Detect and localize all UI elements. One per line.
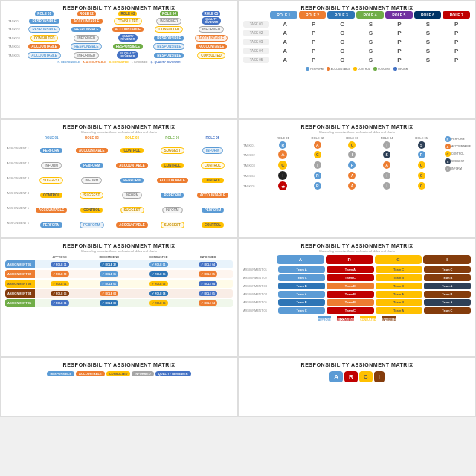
legend-control-label: CONTROL bbox=[358, 68, 370, 71]
task-row-2: TASK 02 A P C S P S P bbox=[243, 29, 471, 37]
cp-4-3: ✓ROLE 04 bbox=[149, 291, 168, 296]
pg-row-2: ASSIGNMENT 2 INFORM PERFORM ACCOUNTABLE … bbox=[5, 156, 233, 170]
role-header-2: ROLE 02 bbox=[77, 11, 96, 16]
tg-cell-3-2: Team D bbox=[327, 283, 373, 289]
cell-1-5: P bbox=[385, 20, 414, 28]
team-grid-main: A R C I ASSIGNMENT 01 Team A Team A Team… bbox=[243, 255, 471, 321]
cell-4-4: S bbox=[356, 47, 385, 55]
cell-1-7: P bbox=[443, 20, 471, 28]
legend-q: Q: QUALITY REVIEWER bbox=[151, 61, 181, 64]
cell-5-2: P bbox=[299, 56, 327, 64]
legend-accountable-label: ACCOUNTABLE bbox=[331, 68, 350, 71]
cell-2-3: C bbox=[328, 29, 356, 37]
cp-3-2: ✓ROLE 01 bbox=[100, 281, 118, 286]
cg-row-2: ASSIGNMENT 02 ✓ROLE 50 ✓ROLE 01 ✓ROLE 05… bbox=[5, 270, 233, 278]
ci-t1r1: R bbox=[279, 141, 286, 149]
ci-t3r4: A bbox=[383, 161, 390, 169]
tg-cell-1-3: Team C bbox=[376, 266, 422, 273]
cell8-preview: A R C I bbox=[329, 371, 385, 382]
cg-cell-2-1: ✓ROLE 50 bbox=[35, 270, 85, 278]
tg-cell-1-4: Team C bbox=[424, 266, 471, 273]
ci-t1r3: C bbox=[348, 141, 356, 149]
pg-row-4: ASSIGNMENT 4 CONTROL SUGGEST INFORM PERF… bbox=[5, 186, 233, 199]
c7-pill-c: CONSULTED bbox=[106, 371, 131, 376]
task-label-5: TASK 05 bbox=[243, 57, 269, 63]
cg-cell-4-4: ✓ROLE 05 bbox=[184, 289, 234, 298]
apcs-grid: ROLE 1 ROLE 2 ROLE 3 ROLE 4 ROLE 5 ROLE … bbox=[243, 11, 471, 65]
role-header-4: ROLE 04 bbox=[160, 11, 178, 16]
tg-row-6: ASSIGNMENT 06 Team C Team C Team A Team … bbox=[243, 307, 471, 314]
cg-label-1: ASSIGNMENT 01 bbox=[5, 260, 35, 268]
pg-row-7: ASSIGNMENT 7 INFORM PERFORM PERFORM ACCO… bbox=[5, 231, 233, 238]
col-role5: ROLE 5 bbox=[385, 11, 413, 19]
ci-legend-s: S bbox=[445, 158, 451, 164]
task-label-1: TASK 01 bbox=[243, 21, 269, 28]
ig-legend: R PERFORM A ACCOUNTABLE C CONTROL S SUGG… bbox=[445, 136, 471, 192]
task-row-3: TASK 03 A P C S P S P bbox=[243, 38, 471, 46]
ci-t5r2: R bbox=[314, 182, 321, 190]
col-role6: ROLE 6 bbox=[414, 11, 442, 19]
tg-cell-2-3: Team B bbox=[376, 274, 422, 281]
apcs-header: ROLE 1 ROLE 2 ROLE 3 ROLE 4 ROLE 5 ROLE … bbox=[243, 11, 471, 19]
cell8-title: RESPONSIBILITY ASSIGNMENT MATRIX bbox=[301, 362, 414, 367]
cg-cell-4-3: ✓ROLE 04 bbox=[134, 289, 184, 298]
cp-5-3: ✓ROLE 05 bbox=[149, 300, 168, 306]
role-header-5: ROLE 05 bbox=[202, 11, 221, 16]
tg-leg-recommend: RECOMMEND bbox=[337, 316, 354, 321]
cg-cell-5-1: ✓ROLE 01 bbox=[35, 299, 85, 307]
cell-4-2: P bbox=[299, 47, 327, 55]
tg-row-2: ASSIGNMENT 02 Team C Team C Team B Team … bbox=[243, 274, 471, 281]
pgcol-role04: ROLE 04 bbox=[152, 136, 193, 140]
ig-col-r02: ROLE 02 bbox=[300, 136, 335, 140]
cp-5-1: ✓ROLE 01 bbox=[51, 300, 69, 306]
ig-col-r01: ROLE 01 bbox=[266, 136, 300, 140]
ci-t3r1: C bbox=[278, 161, 287, 170]
cell1-title: RESPONSIBILITY ASSIGNMENT MATRIX bbox=[63, 5, 176, 10]
task-label-3: TASK 03 bbox=[243, 39, 269, 45]
tg-cell-4-3: Team A bbox=[376, 291, 422, 298]
cg-col-informed: INFORMED bbox=[184, 255, 234, 259]
icon-grid-container: ROLE 01 ROLE 02 ROLE 03 ROLE 04 ROLE 05 … bbox=[243, 136, 471, 192]
cell-4-6: S bbox=[414, 47, 442, 55]
task-label-4: TASK 04 bbox=[243, 48, 269, 54]
legend-a: A: ACCOUNTABLE bbox=[83, 61, 106, 64]
ig-row-t03: TASK 03 C I R A C bbox=[243, 161, 439, 170]
cg-row-5: ASSIGNMENT 05 ✓ROLE 01 ✓ROLE 03 ✓ROLE 05… bbox=[5, 299, 233, 307]
col-role7: ROLE 7 bbox=[443, 11, 470, 19]
pill-grid-header: ROLE 01 ROLE 02 ROLE 03 ROLE 04 ROLE 05 bbox=[5, 136, 233, 140]
ci-t4r4: I bbox=[383, 172, 390, 179]
lg-inform: INFORM bbox=[451, 167, 462, 170]
cp-1-1: ✓ROLE 31 bbox=[51, 262, 69, 267]
tg-cell-1-1: Team A bbox=[278, 266, 325, 273]
tg-col-recommend: R bbox=[326, 255, 373, 264]
legend-perform-2: R PERFORM bbox=[445, 136, 471, 142]
legend-r: R: RESPONSIBLE bbox=[58, 61, 80, 64]
tg-cell-6-4: Team C bbox=[424, 307, 471, 314]
cg-cell-1-4: ✓ROLE 04 bbox=[184, 260, 234, 268]
col-role4: ROLE 4 bbox=[356, 11, 384, 19]
raciq-table: ROLE 01 ROLE 02 ROLE 03 ROLE 04 ROLE 05 … bbox=[5, 11, 233, 60]
task-row-5: TASK 05 A P C S P S P bbox=[243, 56, 471, 64]
c8-col-a: A bbox=[329, 371, 343, 382]
tg-row-1: ASSIGNMENT 01 Team A Team A Team C Team … bbox=[243, 266, 471, 273]
ci-t2r2: C bbox=[314, 151, 321, 158]
ig-task-1: TASK 01 bbox=[243, 144, 266, 147]
cell-6-team: RESPONSIBILITY ASSIGNMENT MATRIX Make a … bbox=[238, 238, 476, 357]
cell-3-3: C bbox=[328, 38, 356, 46]
cell-1-1: A bbox=[271, 20, 299, 28]
ig-task-3: TASK 03 bbox=[243, 164, 266, 167]
c8-col-c: C bbox=[359, 371, 373, 382]
tg-label-6: ASSIGNMENT 06 bbox=[243, 309, 277, 312]
cg-label-2: ASSIGNMENT 02 bbox=[5, 270, 35, 278]
cell-5-5: P bbox=[385, 56, 414, 64]
cell-2-1: A bbox=[271, 29, 299, 37]
tg-label-3: ASSIGNMENT 03 bbox=[243, 284, 277, 288]
cell-8-partial: RESPONSIBILITY ASSIGNMENT MATRIX A R C I bbox=[238, 357, 476, 416]
cg-row-1: ASSIGNMENT 01 ✓ROLE 31 ✓ROLE 32 ✓ROLE 01… bbox=[5, 260, 233, 268]
tg-cell-2-1: Team C bbox=[278, 274, 325, 281]
cg-cell-2-4: ✓ROLE 05 bbox=[184, 270, 234, 278]
cg-cell-2-3: ✓ROLE 05 bbox=[134, 270, 184, 278]
ci-t1r4: I bbox=[383, 141, 390, 149]
cp-2-2: ✓ROLE 01 bbox=[100, 271, 118, 277]
cg-cell-5-2: ✓ROLE 03 bbox=[85, 299, 135, 307]
